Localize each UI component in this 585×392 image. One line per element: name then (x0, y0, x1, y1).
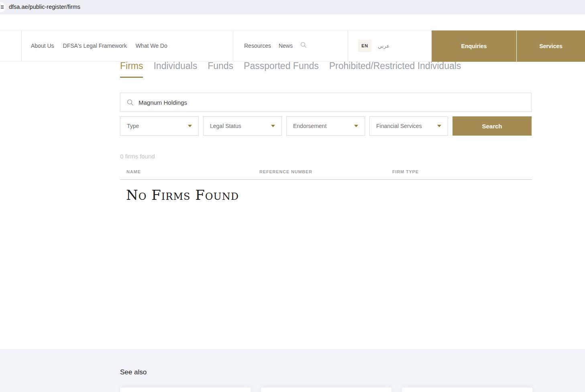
page: dfsa.ae/public-register/firms About Us D… (0, 0, 585, 392)
see-also-section: See also (0, 349, 585, 392)
search-input-icon (127, 99, 134, 106)
tab-prohibited-restricted-individuals[interactable]: Prohibited/Restricted Individuals (329, 61, 461, 78)
see-also-card[interactable] (402, 388, 532, 392)
nav-secondary: Resources News (233, 30, 348, 61)
financial-services-dropdown-label: Financial Services (376, 123, 422, 129)
table-header-divider (120, 179, 532, 180)
see-also-title: See also (120, 368, 147, 376)
nav-item-about-us[interactable]: About Us (31, 43, 54, 49)
url-text[interactable]: dfsa.ae/public-register/firms (9, 4, 80, 10)
services-button[interactable]: Services (517, 30, 585, 62)
enquiries-button[interactable]: Enquiries (432, 30, 516, 62)
tab-individuals[interactable]: Individuals (153, 61, 197, 78)
top-navigation: About Us DFSA's Legal Framework What We … (0, 30, 585, 61)
see-also-card[interactable] (261, 388, 391, 392)
column-header-reference-number: REFERENCE NUMBER (259, 169, 312, 174)
language-switcher: EN عربي (348, 30, 432, 61)
financial-services-dropdown[interactable]: Financial Services (369, 116, 448, 136)
empty-results-message: No Firms Found (126, 187, 239, 203)
chevron-down-icon (354, 125, 358, 127)
firm-search-input[interactable] (139, 99, 531, 106)
nav-item-legal-framework[interactable]: DFSA's Legal Framework (63, 43, 127, 49)
type-dropdown[interactable]: Type (120, 116, 199, 136)
endorsement-dropdown[interactable]: Endorsement (286, 116, 365, 136)
register-tabs: Firms Individuals Funds Passported Funds… (120, 61, 461, 78)
chevron-down-icon (271, 125, 275, 127)
language-arabic-link[interactable]: عربي (378, 43, 389, 49)
tab-funds[interactable]: Funds (208, 61, 233, 78)
search-icon[interactable] (300, 42, 307, 50)
tab-firms[interactable]: Firms (120, 61, 143, 78)
nav-item-news[interactable]: News (279, 43, 293, 49)
browser-url-bar[interactable]: dfsa.ae/public-register/firms (0, 0, 585, 14)
see-also-card[interactable] (120, 388, 251, 392)
chevron-down-icon (188, 125, 192, 127)
language-en-button[interactable]: EN (358, 40, 371, 52)
type-dropdown-label: Type (127, 123, 139, 129)
results-count: 0 firms found (120, 153, 155, 160)
endorsement-dropdown-label: Endorsement (293, 123, 326, 129)
filter-row: Type Legal Status Endorsement Financial … (120, 116, 532, 136)
legal-status-dropdown-label: Legal Status (210, 123, 241, 129)
column-header-firm-type: FIRM TYPE (392, 169, 419, 174)
site-info-icon[interactable] (0, 2, 6, 12)
search-button[interactable]: Search (453, 116, 532, 136)
column-header-name: NAME (126, 169, 141, 174)
chevron-down-icon (437, 125, 441, 127)
firm-search-box (120, 93, 532, 112)
legal-status-dropdown[interactable]: Legal Status (203, 116, 282, 136)
nav-primary: About Us DFSA's Legal Framework What We … (21, 30, 233, 61)
nav-item-what-we-do[interactable]: What We Do (136, 43, 167, 49)
tab-passported-funds[interactable]: Passported Funds (244, 61, 319, 78)
nav-item-resources[interactable]: Resources (244, 43, 271, 49)
